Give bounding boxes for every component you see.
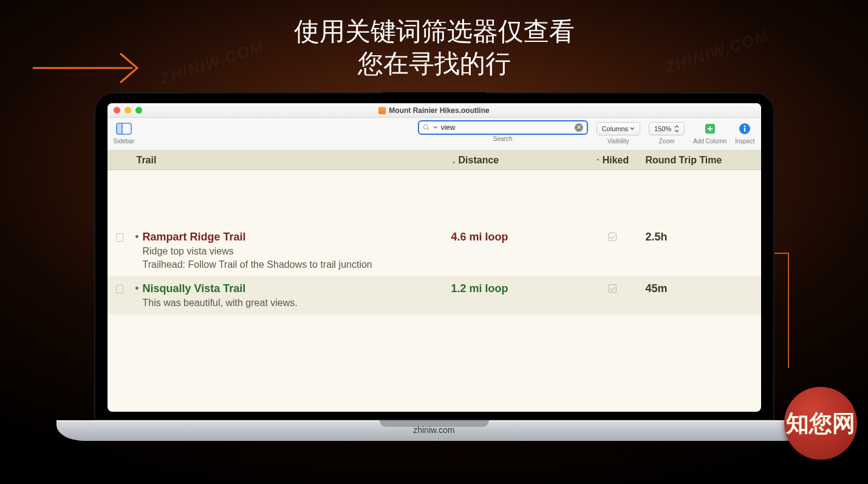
footer-url: zhiniw.com (56, 425, 812, 435)
visibility-button-text: Columns (602, 125, 628, 132)
row-title[interactable]: Rampart Ridge Trail (143, 231, 445, 244)
zoom-label: Zoom (659, 138, 675, 145)
sort-indicator-icon: ⌃ (595, 158, 600, 165)
column-header-distance[interactable]: ⌄Distance (451, 155, 579, 166)
sidebar-toggle-label: Sidebar (114, 138, 134, 145)
hiked-checkbox[interactable] (608, 284, 617, 293)
chevron-down-icon (433, 125, 438, 130)
stepper-arrows-icon (674, 124, 679, 133)
search-input[interactable] (441, 123, 572, 132)
chevron-down-icon (630, 126, 635, 131)
close-window-button[interactable] (114, 107, 120, 114)
inspect-button[interactable]: Inspect (735, 120, 754, 145)
column-header-row: Trail ⌄Distance ⌃Hiked Round Trip Time (108, 151, 761, 170)
column-header-hiked-text: Hiked (603, 155, 629, 165)
search-icon (423, 124, 430, 131)
headline-line-1: 使用关键词筛选器仅查看 (0, 16, 868, 48)
column-header-roundtrip[interactable]: Round Trip Time (646, 155, 761, 166)
info-icon (739, 123, 751, 135)
app-window: Mount Rainier Hikes.ooutline Sidebar (108, 103, 761, 412)
document-title: Mount Rainier Hikes.ooutline (108, 106, 761, 115)
add-column-button[interactable]: Add Column (693, 120, 726, 145)
row-title[interactable]: Nisqually Vista Trail (143, 282, 445, 295)
visibility-label: Visibility (607, 138, 629, 145)
laptop-notch (383, 92, 486, 103)
site-badge: 知您网 (784, 387, 857, 460)
column-header-trail[interactable]: Trail (132, 155, 451, 166)
row-time[interactable]: 2.5h (646, 231, 761, 244)
sidebar-icon (116, 123, 132, 135)
row-bullet: • (132, 231, 143, 243)
window-titlebar: Mount Rainier Hikes.ooutline (108, 103, 761, 118)
row-bullet: • (132, 282, 143, 295)
svg-point-9 (744, 126, 746, 128)
column-header-distance-text: Distance (459, 155, 499, 165)
clear-search-button[interactable]: ✕ (575, 123, 583, 132)
minimize-window-button[interactable] (125, 107, 131, 114)
row-note-line: Trailhead: Follow Trail of the Shadows t… (143, 259, 445, 270)
window-controls (114, 107, 142, 114)
search-group: ✕ Search (418, 120, 588, 142)
outline-body: • Rampart Ridge Trail Ridge top vista vi… (108, 170, 761, 315)
site-badge-text: 知您网 (786, 408, 855, 439)
laptop-frame: Mount Rainier Hikes.ooutline Sidebar (94, 92, 774, 441)
row-distance[interactable]: 1.2 mi loop (451, 282, 579, 295)
laptop-base: zhiniw.com (56, 420, 812, 441)
note-icon[interactable] (116, 285, 123, 293)
svg-rect-10 (744, 128, 745, 132)
sidebar-toggle[interactable]: Sidebar (114, 120, 134, 145)
promo-headline: 使用关键词筛选器仅查看 您在寻找的行 (0, 16, 868, 80)
search-label: Search (493, 135, 513, 142)
document-title-text: Mount Rainier Hikes.ooutline (389, 106, 489, 115)
row-note-line: This was beautiful, with great views. (143, 298, 445, 308)
svg-rect-1 (117, 123, 122, 134)
search-field[interactable]: ✕ (418, 120, 588, 135)
outline-row[interactable]: • Nisqually Vista Trail This was beautif… (108, 276, 761, 315)
hiked-checkbox[interactable] (608, 233, 617, 241)
inspect-label: Inspect (735, 138, 754, 145)
document-icon (378, 107, 386, 114)
svg-line-4 (427, 129, 429, 131)
headline-line-2: 您在寻找的行 (0, 48, 868, 80)
row-time[interactable]: 45m (646, 282, 761, 295)
zoom-stepper[interactable]: 150% Zoom (649, 120, 685, 145)
toolbar: Sidebar ✕ Search (108, 118, 761, 151)
note-icon[interactable] (116, 233, 123, 242)
column-header-hiked[interactable]: ⌃Hiked (579, 155, 646, 166)
svg-point-3 (423, 125, 428, 129)
sort-indicator-icon: ⌄ (451, 158, 456, 165)
row-note-line: Ridge top vista views (143, 246, 445, 257)
outline-row[interactable]: • Rampart Ridge Trail Ridge top vista vi… (108, 225, 761, 276)
add-column-icon (703, 122, 717, 135)
zoom-value: 150% (654, 125, 671, 132)
row-distance[interactable]: 4.6 mi loop (451, 231, 579, 244)
zoom-window-button[interactable] (135, 107, 142, 114)
visibility-menu[interactable]: Columns Visibility (596, 120, 640, 145)
add-column-label: Add Column (693, 138, 726, 145)
